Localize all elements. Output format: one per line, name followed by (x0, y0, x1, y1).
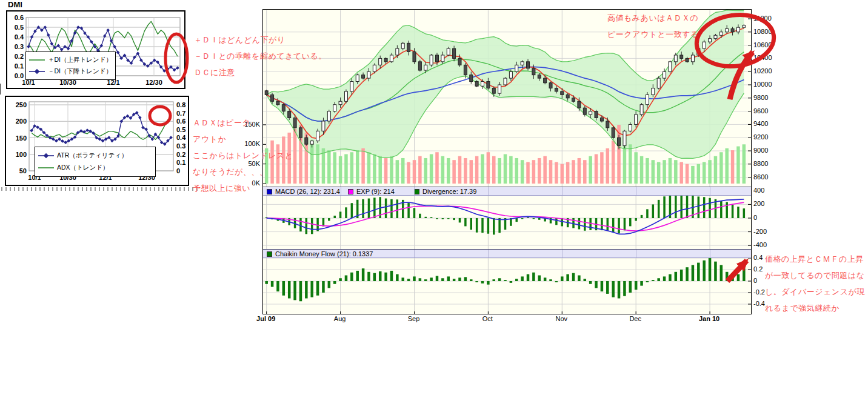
note-line: れるまで強気継続か (765, 300, 865, 316)
month-axis-label: Nov (555, 315, 567, 322)
header-gridline (562, 187, 563, 195)
price-axis-label: 9600 (753, 107, 768, 115)
note-line: なりそうだが、、、 (193, 164, 293, 180)
note-line: 予想以上に強い (193, 180, 293, 196)
divergence-readout-label: Divergence: 17.39 (422, 188, 476, 195)
legend-row-adx: ADX（トレンド） (38, 164, 153, 172)
note-line: ＡＤＸはピーク (193, 115, 293, 131)
note-top: 高値もみあいはＡＤＸの ピークアウトと一致する (607, 10, 699, 42)
price-axis-label: 10200 (753, 67, 772, 75)
header-gridline (341, 187, 341, 195)
macd-axis-label: 0 (753, 214, 757, 221)
note-line: が一致してるので問題はな (765, 267, 865, 284)
axis-tick-label: 250 (16, 101, 27, 108)
month-axis-label: Aug (334, 315, 346, 322)
cmf-axis-label: -0.4 (753, 300, 765, 307)
cmf-readout: Chaikin Money Flow (21): 0.1337 (267, 250, 373, 257)
cmf-axis-label: 0 (753, 277, 757, 284)
macd-header: MACD (26, 12): 231.4 EXP (9): 214 Diverg… (263, 187, 751, 196)
header-gridline (488, 187, 489, 195)
atr-adx-chart-window: 250200150100500.80.70.60.50.40.30.20.101… (5, 96, 189, 186)
note-adx: ＡＤＸはピーク アウトか ここからはトレンドレスと なりそうだが、、、 予想以上… (193, 115, 293, 196)
axis-tick-label: 0.1 (15, 62, 24, 70)
axis-tick-label: 0.7 (176, 110, 185, 117)
note-line: 価格の上昇とＣＭＦの上昇 (765, 251, 865, 267)
minus-di-line-sample (28, 68, 45, 75)
header-gridline (710, 187, 710, 195)
price-axis-label: 8800 (753, 160, 768, 167)
legend-row-minus-di: －DI（下降トレンド） (28, 67, 113, 76)
screenshot-root: DMI 0.60.50.40.30.20.10.010/110/3012/112… (0, 0, 868, 395)
price-axis-label: 11000 (753, 15, 772, 22)
note-dmi: ＋ＤＩはどんどん下がり －ＤＩとの乖離を縮めてきている。 ＤＣに注意 (194, 32, 327, 81)
macd-panel (263, 196, 751, 249)
axis-tick-label: 0.4 (176, 134, 186, 141)
note-line: －ＤＩとの乖離を縮めてきている。 (194, 48, 327, 64)
background-window-peek (1, 187, 199, 191)
legend-row-atr: ATR（ボラティリティ） (38, 151, 153, 160)
cmf-readout-label: Chaikin Money Flow (21): 0.1337 (275, 250, 373, 257)
axis-tick-label: 0.4 (15, 33, 24, 41)
month-axis-label: Jul 09 (256, 315, 275, 322)
cmf-panel (263, 258, 751, 314)
adx-label: ADX（トレンド） (57, 164, 109, 172)
exp-readout-label: EXP (9): 214 (356, 188, 395, 195)
note-line: 高値もみあいはＡＤＸの (607, 10, 699, 26)
divergence-readout: Divergence: 17.39 (414, 188, 476, 195)
macd-axis-label: 200 (753, 200, 764, 207)
dmi-legend: ＋DI（上昇トレンド） －DI（下降トレンド） (25, 51, 116, 80)
legend-row-plus-di: ＋DI（上昇トレンド） (28, 56, 113, 64)
dmi-title: DMI (8, 0, 22, 9)
adx-line-sample (38, 165, 55, 171)
price-axis-label: 8600 (753, 173, 768, 181)
note-line: ピークアウトと一致する (607, 26, 699, 42)
axis-tick-label: 0.8 (176, 101, 185, 108)
note-line: し。ダイバージェンスが現 (765, 284, 865, 300)
header-gridline (636, 250, 636, 257)
axis-tick-label: 0.5 (176, 126, 185, 133)
cmf-axis-label: -0.2 (753, 288, 765, 296)
atr-line-sample (38, 153, 55, 159)
price-axis-label: 9400 (753, 120, 768, 127)
price-axis-label: 10600 (753, 41, 772, 48)
cmf-header: Chaikin Money Flow (21): 0.1337 (263, 249, 751, 258)
header-gridline (341, 250, 341, 257)
axis-tick-label: 100 (16, 151, 27, 158)
header-gridline (414, 187, 415, 195)
exp-readout: EXP (9): 214 (348, 188, 395, 195)
header-gridline (488, 250, 489, 257)
month-axis-label: Jan 10 (699, 315, 719, 322)
header-gridline (636, 187, 636, 195)
axis-tick-label: 150 (16, 134, 27, 142)
axis-tick-label: 0.6 (15, 14, 24, 21)
minus-di-label: －DI（下降トレンド） (48, 67, 112, 76)
plus-di-line-sample (28, 57, 45, 63)
price-axis-label: 10400 (753, 54, 772, 61)
note-cmf: 価格の上昇とＣＭＦの上昇 が一致してるので問題はな し。ダイバージェンスが現 れ… (765, 251, 865, 316)
axis-tick-label: 12/30 (145, 79, 162, 86)
note-line: ここからはトレンドレスと (193, 147, 293, 164)
axis-tick-label: 50 (19, 167, 27, 174)
price-axis-label: 10800 (753, 28, 772, 35)
axis-tick-label: 200 (16, 118, 27, 125)
atr-label: ATR（ボラティリティ） (57, 151, 127, 160)
macd-axis-label: -400 (753, 241, 767, 248)
month-axis-label: Sep (408, 315, 420, 322)
price-axis-label: 9200 (753, 133, 768, 141)
axis-tick-label: 0.3 (15, 43, 24, 50)
price-axis-label: 9800 (753, 94, 768, 101)
month-axis-label: Dec (629, 315, 641, 322)
dmi-chart-window: 0.60.50.40.30.20.10.010/110/3012/112/30 … (6, 10, 185, 89)
header-gridline (710, 250, 710, 257)
month-axis-label: Oct (482, 315, 493, 322)
main-chart-window: MACD (26, 12): 231.4 EXP (9): 214 Diverg… (262, 9, 752, 314)
price-axis-label: 10000 (753, 81, 772, 88)
price-axis-label: 9000 (753, 147, 768, 154)
cmf-histogram (265, 258, 745, 301)
axis-tick-label: 0.6 (176, 118, 185, 125)
atr-adx-legend: ATR（ボラティリティ） ADX（トレンド） (35, 147, 156, 177)
background-window-edge (0, 84, 1, 95)
note-line: ＤＣに注意 (194, 64, 327, 81)
axis-tick-label: 0.1 (176, 159, 185, 166)
header-gridline (562, 250, 563, 257)
